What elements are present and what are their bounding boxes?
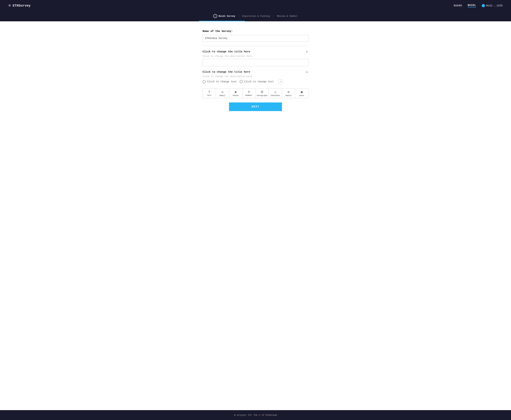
- number-icon: #: [248, 90, 250, 94]
- radio-option-2[interactable]: Click to change text: [240, 80, 274, 83]
- radio-option-1[interactable]: Click to change text: [203, 80, 237, 83]
- footer-text-after: of Ethereum: [262, 414, 277, 416]
- survey-name-input[interactable]: [203, 35, 308, 42]
- toolbar-paragraph-button[interactable]: ☰ Paragraph: [256, 89, 269, 98]
- survey-name-label: Name of the Survey:: [203, 30, 308, 33]
- add-radio-option-button[interactable]: +: [278, 79, 283, 84]
- question-1-input[interactable]: [203, 59, 308, 66]
- logo-text: ETHSurvey: [13, 4, 31, 8]
- nav-buidl[interactable]: BUIDL: [468, 4, 476, 8]
- toolbar-number-label: Number: [245, 94, 252, 97]
- radio-option-2-label[interactable]: Click to change text: [244, 80, 274, 83]
- step-expiration-label: Expiration & Funding: [242, 15, 270, 17]
- toolbar-number-button[interactable]: # Number: [243, 89, 256, 98]
- navbar: ≡ ETHSurvey BOARD BUIDL 0x12...1233: [0, 0, 511, 11]
- question-1-close-button[interactable]: ×: [305, 50, 308, 53]
- toolbar-email-button[interactable]: ✉ Email: [216, 89, 229, 98]
- step-buidl-icon: ✓: [213, 14, 217, 18]
- question-2-close-button[interactable]: ×: [305, 71, 308, 74]
- survey-name-section: Name of the Survey:: [203, 30, 308, 42]
- toolbar-radio-button[interactable]: ⊟ Radio: [282, 89, 295, 98]
- step-chevron-2: ›: [273, 15, 274, 17]
- wallet-dot-icon: [482, 4, 485, 7]
- date-icon: ▦: [301, 90, 303, 94]
- form-container: Name of the Survey: Click to change the …: [203, 30, 308, 111]
- question-1-description[interactable]: Click to change the description here: [203, 55, 308, 58]
- question-2-description[interactable]: Click to change the description here: [203, 75, 308, 78]
- toolbar-text-label: Text: [207, 94, 212, 97]
- radio-circle-1: [203, 80, 206, 83]
- stepper-steps: ✓ Buidl Survey › Expiration & Funding › …: [213, 14, 298, 21]
- logo: ≡ ETHSurvey: [8, 4, 31, 8]
- footer-heart-icon: ❤: [259, 414, 260, 416]
- question-type-toolbar: T Text ✉ Email ☎ Phone # Number ☰ Paragr…: [203, 88, 308, 98]
- question-card-2: Click to change the title here × Click t…: [203, 71, 308, 84]
- nav-board[interactable]: BOARD: [454, 4, 462, 7]
- toolbar-checkbox-button[interactable]: ☑ Checkbox: [269, 89, 282, 98]
- stepper-bar: ✓ Buidl Survey › Expiration & Funding › …: [0, 11, 511, 21]
- radio-icon: ⊟: [288, 90, 289, 94]
- step-review-label: Review & Submit: [277, 15, 298, 17]
- question-2-radio-options: Click to change text Click to change tex…: [203, 79, 308, 84]
- question-2-header: Click to change the title here ×: [203, 71, 308, 74]
- wallet-address: 0x12...1233: [486, 4, 503, 7]
- question-1-title[interactable]: Click to change the title here: [203, 50, 305, 53]
- step-buidl[interactable]: ✓ Buidl Survey: [213, 14, 235, 18]
- divider-1: [203, 46, 308, 46]
- text-icon: T: [208, 90, 210, 94]
- phone-icon: ☎: [235, 90, 237, 94]
- question-card-1: Click to change the title here × Click t…: [203, 50, 308, 66]
- step-buidl-label: Buidl Survey: [219, 15, 235, 17]
- footer: A project for the ❤ of Ethereum: [0, 410, 511, 420]
- step-expiration[interactable]: Expiration & Funding: [242, 15, 270, 17]
- nav-links: BOARD BUIDL 0x12...1233: [454, 4, 503, 8]
- logo-icon: ≡: [8, 4, 11, 8]
- step-chevron-1: ›: [238, 15, 239, 17]
- radio-circle-2: [240, 80, 243, 83]
- toolbar-date-label: Date: [299, 95, 304, 97]
- question-2-title[interactable]: Click to change the title here: [203, 71, 305, 74]
- step-review[interactable]: Review & Submit: [277, 15, 298, 17]
- toolbar-checkbox-label: Checkbox: [271, 95, 280, 97]
- toolbar-text-button[interactable]: T Text: [203, 89, 216, 98]
- question-1-header: Click to change the title here ×: [203, 50, 308, 53]
- toolbar-date-button[interactable]: ▦ Date: [295, 89, 308, 98]
- toolbar-paragraph-label: Paragraph: [257, 95, 267, 97]
- main-content: Name of the Survey: Click to change the …: [0, 21, 511, 410]
- toolbar-email-label: Email: [220, 95, 225, 97]
- checkbox-icon: ☑: [274, 90, 276, 94]
- paragraph-icon: ☰: [261, 90, 263, 94]
- toolbar-radio-label: Radio: [286, 95, 291, 97]
- email-icon: ✉: [222, 90, 223, 94]
- wallet-badge: 0x12...1233: [482, 4, 503, 7]
- toolbar-phone-button[interactable]: ☎ Phone: [229, 89, 243, 98]
- footer-text-before: A project for the: [234, 414, 258, 416]
- toolbar-phone-label: Phone: [233, 95, 239, 97]
- next-button[interactable]: NEXT: [229, 102, 282, 111]
- radio-option-1-label[interactable]: Click to change text: [207, 80, 237, 83]
